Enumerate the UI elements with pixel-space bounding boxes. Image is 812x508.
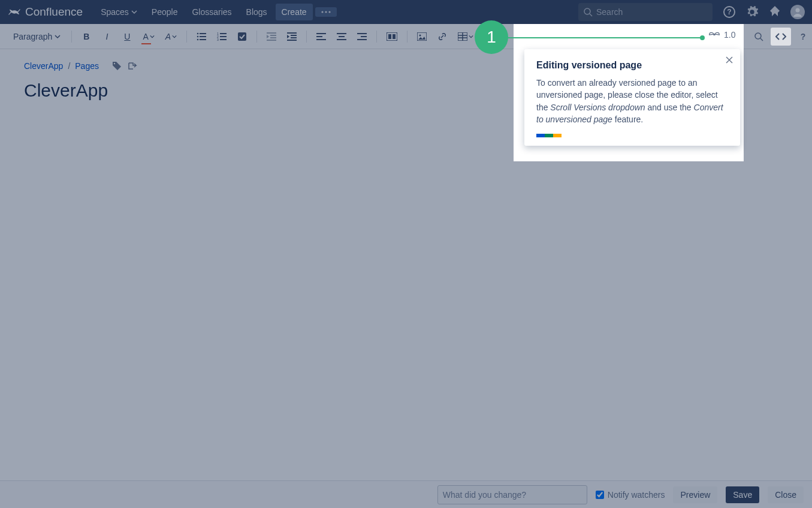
svg-rect-10 <box>200 36 206 37</box>
svg-point-0 <box>321 11 323 13</box>
svg-rect-18 <box>220 39 227 40</box>
notify-checkbox[interactable] <box>596 491 604 499</box>
close-button[interactable]: Close <box>768 486 804 503</box>
layout-button[interactable] <box>383 28 401 46</box>
svg-rect-37 <box>387 32 397 41</box>
svg-rect-25 <box>291 35 297 36</box>
close-icon <box>726 56 733 64</box>
outdent-button[interactable] <box>263 28 280 46</box>
svg-point-47 <box>114 63 115 64</box>
search-box[interactable] <box>578 3 713 21</box>
svg-point-11 <box>197 38 199 40</box>
ellipsis-icon <box>321 11 331 13</box>
bold-button[interactable]: B <box>78 28 95 46</box>
layout-icon <box>387 32 397 41</box>
bullet-list-icon <box>197 32 206 41</box>
chevron-down-icon <box>131 9 137 15</box>
notifications-button[interactable] <box>768 5 782 19</box>
checkbox-icon <box>237 32 247 41</box>
table-button[interactable] <box>454 28 477 46</box>
svg-point-3 <box>584 8 590 14</box>
bullet-list-button[interactable] <box>193 28 210 46</box>
nav-spaces-label: Spaces <box>101 7 129 17</box>
notification-icon <box>769 6 781 18</box>
location-button[interactable] <box>128 61 137 71</box>
chevron-down-icon <box>469 34 473 39</box>
brand-stripe <box>536 134 562 137</box>
svg-text:3: 3 <box>217 38 219 41</box>
popover-close-button[interactable] <box>726 56 733 64</box>
leaf-icon <box>708 30 720 40</box>
separator <box>256 31 257 43</box>
svg-rect-31 <box>337 33 346 34</box>
separator <box>186 31 187 43</box>
editor-help-button[interactable]: ? <box>795 28 811 46</box>
create-button[interactable]: Create <box>276 4 313 20</box>
separator <box>407 31 407 43</box>
breadcrumb-space[interactable]: CleverApp <box>24 61 63 71</box>
source-button[interactable] <box>771 28 791 46</box>
breadcrumb-pages[interactable]: Pages <box>75 61 99 71</box>
numbered-list-button[interactable]: 123 <box>213 28 230 46</box>
svg-rect-39 <box>393 34 396 39</box>
text-color-button[interactable]: A <box>139 28 158 46</box>
svg-point-9 <box>197 35 199 37</box>
svg-text:?: ? <box>727 8 731 16</box>
link-button[interactable] <box>434 28 451 46</box>
svg-rect-14 <box>220 33 227 34</box>
nav-glossaries[interactable]: Glossaries <box>186 4 237 20</box>
nav-spaces[interactable]: Spaces <box>95 4 143 20</box>
logo-text: Confluence <box>25 5 83 19</box>
align-center-button[interactable] <box>333 28 350 46</box>
help-button[interactable]: ? <box>722 5 736 19</box>
top-nav: Confluence Spaces People Glossaries Blog… <box>0 0 812 24</box>
confluence-logo[interactable]: Confluence <box>7 5 83 19</box>
svg-rect-29 <box>316 36 322 37</box>
more-format-button[interactable]: A <box>162 28 180 46</box>
svg-rect-38 <box>388 34 391 39</box>
avatar-button[interactable] <box>790 5 805 19</box>
align-left-button[interactable] <box>313 28 330 46</box>
save-button[interactable]: Save <box>726 486 759 503</box>
nav-more-button[interactable] <box>315 7 337 17</box>
toolbar-right: ? <box>750 28 811 46</box>
separator <box>306 31 307 43</box>
underline-button[interactable]: U <box>119 28 135 46</box>
svg-point-2 <box>328 11 330 13</box>
align-right-icon <box>357 33 367 40</box>
align-right-button[interactable] <box>354 28 370 46</box>
popover-title: Editing versioned page <box>536 60 728 71</box>
image-button[interactable] <box>413 28 430 46</box>
settings-button[interactable] <box>745 5 759 19</box>
labels-button[interactable] <box>112 61 122 71</box>
notify-watchers[interactable]: Notify watchers <box>596 490 665 500</box>
align-left-icon <box>316 33 326 40</box>
svg-point-41 <box>419 34 421 36</box>
svg-rect-32 <box>339 36 345 37</box>
preview-button[interactable]: Preview <box>673 486 717 503</box>
svg-rect-30 <box>316 39 326 40</box>
change-comment-input[interactable] <box>437 485 587 504</box>
help-icon: ? <box>723 5 736 19</box>
link-icon <box>437 32 447 41</box>
svg-rect-19 <box>238 32 246 41</box>
task-list-button[interactable] <box>234 28 250 46</box>
svg-rect-21 <box>270 35 276 36</box>
breadcrumb-sep: / <box>68 61 70 71</box>
svg-rect-28 <box>316 33 326 34</box>
top-icons: ? <box>722 5 805 19</box>
nav-blogs[interactable]: Blogs <box>240 4 273 20</box>
version-indicator[interactable]: 1.0 <box>708 30 735 40</box>
numbered-list-icon: 123 <box>217 32 227 41</box>
paragraph-dropdown[interactable]: Paragraph <box>8 29 65 44</box>
italic-button[interactable]: I <box>98 28 115 46</box>
chevron-down-icon <box>172 34 177 39</box>
search-icon <box>754 32 763 41</box>
svg-rect-24 <box>287 32 297 34</box>
nav-people[interactable]: People <box>146 4 184 20</box>
svg-rect-36 <box>357 39 367 40</box>
search-input[interactable] <box>596 7 708 17</box>
indent-button[interactable] <box>283 28 300 46</box>
bottom-bar: Notify watchers Preview Save Close <box>0 480 812 508</box>
find-button[interactable] <box>750 28 767 46</box>
